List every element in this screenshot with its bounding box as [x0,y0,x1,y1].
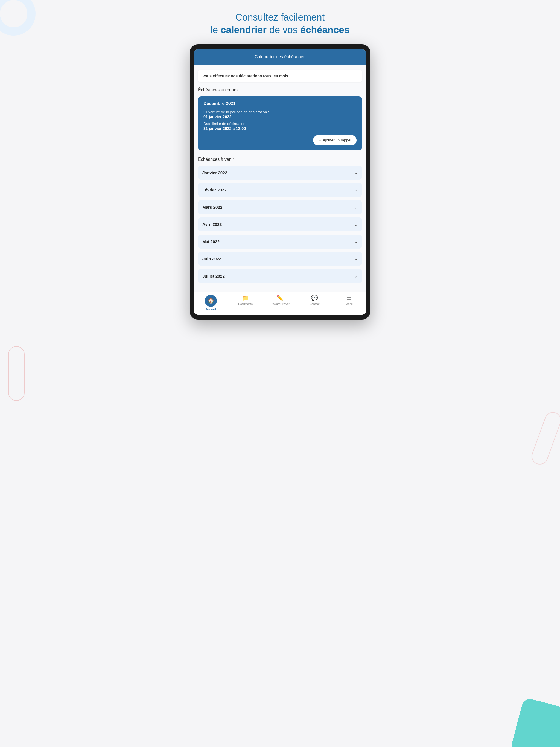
plus-icon: + [319,138,321,143]
app-header: ← Calendrier des échéances [194,49,366,65]
accordion-item-label: Janvier 2022 [202,170,227,175]
back-button[interactable]: ← [198,53,204,60]
bg-line-left-decoration [8,346,25,401]
deadline-label: Date limite de déclaration : [203,122,357,126]
declaration-notice: Vous effectuez vos déclarations tous les… [198,70,362,82]
accordion-item[interactable]: Février 2022 ⌄ [198,183,362,197]
bg-teal-decoration [510,697,560,747]
accordion-list: Janvier 2022 ⌄ Février 2022 ⌄ Mars 2022 … [198,166,362,283]
accordion-item-label: Juin 2022 [202,256,221,261]
nav-item-déclarer-payer[interactable]: ✏️ Déclarer Payer [263,295,297,311]
nav-icon: ✏️ [276,295,284,301]
page-wrapper: Consultez facilement le calendrier de vo… [184,11,376,319]
accordion-item[interactable]: Mars 2022 ⌄ [198,200,362,214]
nav-label: Menu [346,302,353,305]
nav-icon: 💬 [311,295,318,301]
nav-item-menu[interactable]: ☰ Menu [332,295,366,311]
current-echeance-card: Décembre 2021 Ouverture de la période de… [198,96,362,150]
nav-label: Documents [238,302,253,305]
chevron-down-icon: ⌄ [354,274,358,279]
chevron-down-icon: ⌄ [354,256,358,261]
chevron-down-icon: ⌄ [354,205,358,210]
accordion-item-label: Mai 2022 [202,239,220,244]
clearfix: + Ajouter un rappel [203,133,357,146]
upcoming-section-title: Échéances à venir [198,157,362,162]
accordion-item[interactable]: Juin 2022 ⌄ [198,252,362,266]
accordion-item-label: Juillet 2022 [202,274,225,278]
nav-label: Accueil [206,308,216,311]
accordion-item-label: Février 2022 [202,187,227,192]
bg-line-right-decoration [529,410,560,466]
current-month-title: Décembre 2021 [203,101,357,106]
nav-item-accueil[interactable]: 🏠 Accueil [194,295,228,311]
nav-label: Contact [310,302,320,305]
header-line2: le calendrier de vos échéances [210,24,350,35]
bg-circle-decoration [0,0,35,35]
accordion-item[interactable]: Avril 2022 ⌄ [198,217,362,231]
opening-label: Ouverture de la période de déclaration : [203,110,357,114]
page-header: Consultez facilement le calendrier de vo… [210,11,350,36]
accordion-item[interactable]: Mai 2022 ⌄ [198,235,362,249]
accordion-item[interactable]: Janvier 2022 ⌄ [198,166,362,180]
app-content: Vous effectuez vos déclarations tous les… [194,65,366,292]
home-icon: 🏠 [205,295,217,307]
accordion-item-label: Avril 2022 [202,222,222,227]
app-title: Calendrier des échéances [255,54,305,59]
chevron-down-icon: ⌄ [354,187,358,192]
header-line1: Consultez facilement [235,12,325,22]
nav-item-contact[interactable]: 💬 Contact [297,295,332,311]
deadline-date: 31 janvier 2022 à 12:00 [203,126,357,131]
chevron-down-icon: ⌄ [354,239,358,244]
nav-label: Déclarer Payer [271,302,289,305]
current-section-title: Échéances en cours [198,87,362,93]
bottom-nav: 🏠 Accueil 📁 Documents ✏️ Déclarer Payer … [194,292,366,315]
chevron-down-icon: ⌄ [354,222,358,227]
nav-item-documents[interactable]: 📁 Documents [228,295,262,311]
nav-icon: 📁 [242,295,249,301]
accordion-item[interactable]: Juillet 2022 ⌄ [198,269,362,283]
nav-icon: ☰ [347,295,352,301]
chevron-down-icon: ⌄ [354,170,358,175]
tablet-frame: ← Calendrier des échéances Vous effectue… [190,44,370,319]
tablet-screen: ← Calendrier des échéances Vous effectue… [194,49,366,315]
opening-date: 01 janvier 2022 [203,114,357,119]
add-reminder-button[interactable]: + Ajouter un rappel [313,135,357,146]
accordion-item-label: Mars 2022 [202,205,222,209]
